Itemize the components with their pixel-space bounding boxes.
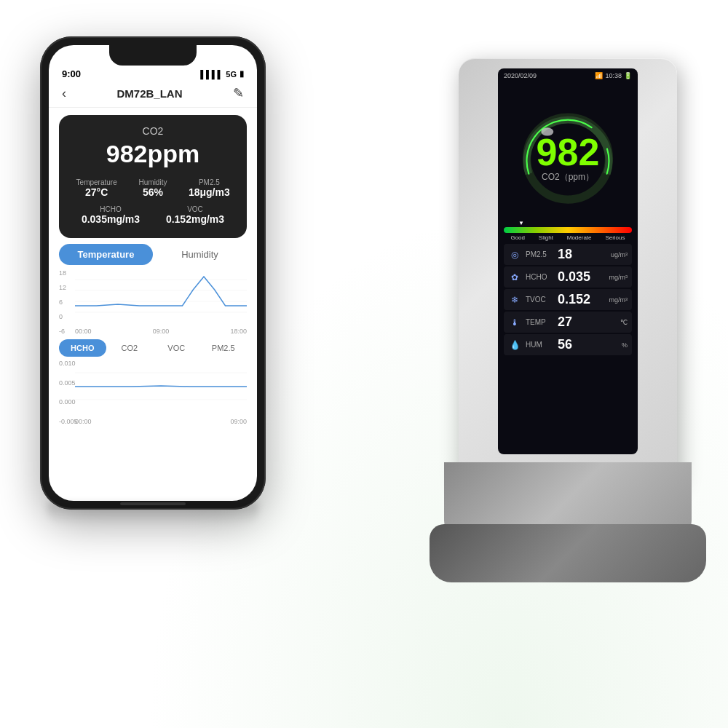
chart-svg-container [75, 269, 247, 323]
voc-cell: VOC 0.152mg/m3 [155, 205, 235, 225]
screen-date: 2020/02/09 [504, 72, 537, 79]
phone-screen: 9:00 ▌▌▌▌ 5G ▮ ‹ DM72B_LAN ✎ CO2 982ppm [49, 45, 257, 501]
chart2-x-axis: 00:00 09:00 [75, 418, 247, 425]
status-time: 9:00 [62, 68, 81, 79]
device-co2-unit: CO2（ppm） [542, 171, 594, 183]
label-serious: Serious [605, 234, 625, 241]
tvoc-row-unit: mg/m³ [609, 296, 628, 304]
quality-labels: Good Slight Moderate Serious [504, 234, 632, 241]
temp-label: Temperature [71, 178, 122, 186]
chart-x-axis: 00:00 09:00 18:00 [75, 328, 247, 335]
pm25-row-value: 18 [558, 247, 606, 262]
temp-row-label: TEMP [526, 318, 553, 326]
bottom-chart-tabs: HCHO CO2 VOC PM2.5 [59, 339, 247, 357]
nav-title: DM72B_LAN [116, 87, 182, 100]
screen-time: 10:38 [605, 72, 622, 79]
battery-icon: ▮ [240, 69, 244, 79]
co2-label: CO2 [71, 125, 235, 137]
hcho-row-label: HCHO [526, 273, 553, 281]
pm25-label: PM2.5 [183, 178, 235, 186]
signal-icon: ▌▌▌▌ [200, 70, 223, 79]
air-monitor-device: 2020/02/09 📶 10:38 🔋 [430, 58, 706, 655]
btab-hcho[interactable]: HCHO [59, 339, 106, 357]
temp-value: 27°C [71, 186, 122, 198]
pm25-row-label: PM2.5 [526, 250, 553, 258]
sensor-data-rows: ◎ PM2.5 18 ug/m³ ✿ HCHO 0.035 mg/m³ ❄ TV… [498, 241, 638, 358]
back-button[interactable]: ‹ [62, 86, 66, 101]
bar-indicator: ▼ [518, 220, 524, 226]
tvoc-row-value: 0.152 [558, 292, 605, 307]
metrics-bottom: HCHO 0.035mg/m3 VOC 0.152mg/m3 [71, 205, 235, 225]
wifi-icon: 📶 [595, 72, 603, 79]
hum-row-unit: % [622, 341, 628, 349]
screen-icons: 📶 10:38 🔋 [595, 72, 632, 79]
co2-card: CO2 982ppm Temperature 27°C Humidity 56%… [59, 115, 247, 238]
hum-icon: 💧 [508, 340, 521, 350]
hcho-cell: HCHO 0.035mg/m3 [71, 205, 151, 225]
phone-shadow [47, 502, 258, 524]
tab-temperature[interactable]: Temperature [59, 244, 153, 265]
voc-value: 0.152mg/m3 [155, 213, 235, 225]
tvoc-icon: ❄ [508, 295, 521, 305]
device-co2-value: 982 [537, 133, 600, 171]
temp-row-value: 27 [558, 314, 616, 330]
temp-cell: Temperature 27°C [71, 178, 122, 198]
hcho-value: 0.035mg/m3 [71, 213, 151, 225]
tvoc-row: ❄ TVOC 0.152 mg/m³ [504, 289, 632, 310]
temp-row: 🌡 TEMP 27 ℃ [504, 312, 632, 333]
phone-notch [109, 45, 197, 66]
temperature-chart: 18 12 6 0 -6 00:00 [59, 269, 247, 335]
humidity-cell: Humidity 56% [127, 178, 178, 198]
btab-co2[interactable]: CO2 [106, 339, 154, 357]
hum-row-value: 56 [558, 337, 617, 352]
hcho-icon: ✿ [508, 272, 521, 282]
hcho-row-value: 0.035 [558, 269, 605, 285]
nav-bar: ‹ DM72B_LAN ✎ [49, 82, 257, 108]
pm25-row-unit: ug/m³ [611, 251, 628, 258]
phone: 9:00 ▌▌▌▌ 5G ▮ ‹ DM72B_LAN ✎ CO2 982ppm [40, 36, 266, 510]
pm25-icon: ◎ [508, 250, 521, 260]
btab-voc[interactable]: VOC [153, 339, 200, 357]
chart-y-axis: 18 12 6 0 -6 [59, 269, 66, 335]
hum-row-label: HUM [526, 341, 553, 349]
status-icons: ▌▌▌▌ 5G ▮ [200, 69, 244, 79]
device-base [430, 524, 706, 582]
label-good: Good [510, 234, 525, 241]
voc-label: VOC [155, 205, 235, 213]
pm25-cell: PM2.5 18μg/m3 [183, 178, 235, 198]
edit-button[interactable]: ✎ [233, 85, 244, 101]
temp-row-unit: ℃ [620, 319, 628, 326]
quality-bar-area: ▼ Good Slight Moderate Serious [498, 220, 638, 241]
tab-humidity[interactable]: Humidity [153, 244, 247, 265]
quality-color-bar [504, 227, 632, 233]
network-label: 5G [226, 70, 237, 79]
pm25-value: 18μg/m3 [183, 186, 235, 198]
hcho-row-unit: mg/m³ [609, 274, 628, 281]
chart-tabs: Temperature Humidity [59, 244, 247, 265]
btab-pm25[interactable]: PM2.5 [200, 339, 248, 357]
hcho-row: ✿ HCHO 0.035 mg/m³ [504, 266, 632, 288]
temp-icon: 🌡 [508, 317, 521, 328]
co2-value: 982ppm [71, 140, 235, 168]
label-slight: Slight [539, 234, 553, 241]
humidity-value: 56% [127, 186, 178, 198]
home-bar [120, 502, 186, 505]
metrics-top: Temperature 27°C Humidity 56% PM2.5 18μg… [71, 178, 235, 198]
chart-line-svg [75, 269, 247, 323]
scene: 9:00 ▌▌▌▌ 5G ▮ ‹ DM72B_LAN ✎ CO2 982ppm [0, 0, 728, 728]
device-body: 2020/02/09 📶 10:38 🔋 [459, 58, 677, 480]
pm25-row: ◎ PM2.5 18 ug/m³ [504, 244, 632, 265]
co2-gauge: 982 CO2（ppm） [498, 82, 638, 220]
chart2-svg-container [75, 360, 247, 414]
screen-battery: 🔋 [624, 72, 632, 79]
humidity-label: Humidity [127, 178, 178, 186]
label-moderate: Moderate [567, 234, 592, 241]
hcho-chart: 0.010 0.005 0.000 -0.005 00:00 09:00 [59, 360, 247, 425]
tvoc-row-label: TVOC [526, 296, 553, 304]
device-screen: 2020/02/09 📶 10:38 🔋 [498, 68, 638, 454]
hum-row: 💧 HUM 56 % [504, 334, 632, 355]
screen-status-bar: 2020/02/09 📶 10:38 🔋 [498, 68, 638, 82]
chart2-line-svg [75, 360, 247, 414]
hcho-label: HCHO [71, 205, 151, 213]
